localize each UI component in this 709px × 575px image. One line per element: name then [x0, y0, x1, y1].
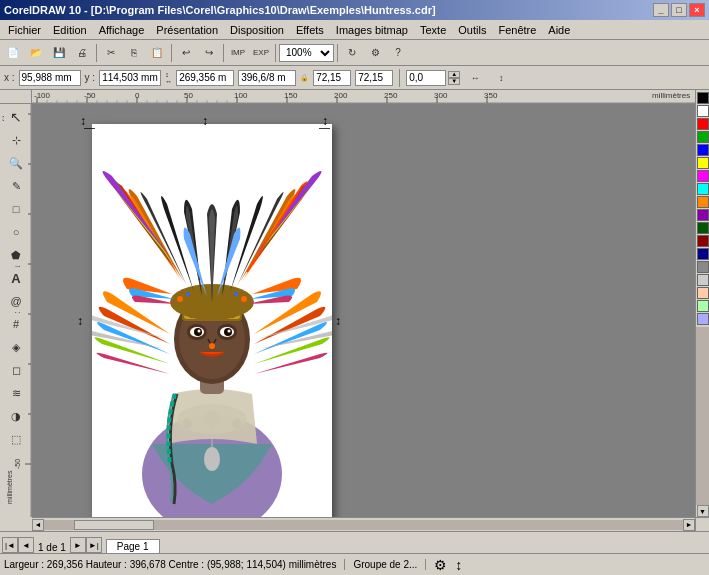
page-next-button[interactable]: ► — [70, 537, 86, 553]
color-darkblue[interactable] — [697, 248, 709, 260]
rectangle-tool[interactable]: □ — [4, 198, 28, 220]
blend-tool[interactable]: ≋ — [4, 382, 28, 404]
shadow-tool[interactable]: ◑ — [4, 405, 28, 427]
handle-mr-rotate[interactable]: ↕ — [335, 314, 341, 328]
color-darkgreen[interactable] — [697, 222, 709, 234]
color-black[interactable] — [697, 92, 709, 104]
page-counter: 1 de 1 — [34, 542, 70, 553]
undo-button[interactable]: ↩ — [175, 42, 197, 64]
h2-input[interactable] — [355, 70, 393, 86]
redo-button[interactable]: ↪ — [198, 42, 220, 64]
color-blue[interactable] — [697, 144, 709, 156]
transparency-tool[interactable]: ⬚ — [4, 428, 28, 450]
menu-outils[interactable]: Outils — [452, 20, 492, 39]
color-red[interactable] — [697, 118, 709, 130]
text-tool[interactable]: A — [4, 267, 28, 289]
menu-edition[interactable]: Edition — [47, 20, 93, 39]
menu-fenetre[interactable]: Fenêtre — [492, 20, 542, 39]
status-icon[interactable]: ⚙ — [434, 557, 447, 573]
polygon-tool[interactable]: ⬟ — [4, 244, 28, 266]
svg-text:0: 0 — [135, 91, 140, 100]
color-lightgray[interactable] — [697, 274, 709, 286]
height-input[interactable] — [238, 70, 296, 86]
menu-effets[interactable]: Effets — [290, 20, 330, 39]
new-button[interactable]: 📄 — [2, 42, 24, 64]
color-cyan[interactable] — [697, 183, 709, 195]
menu-texte[interactable]: Texte — [414, 20, 452, 39]
save-button[interactable]: 💾 — [48, 42, 70, 64]
color-lightgreen[interactable] — [697, 300, 709, 312]
color-skin[interactable] — [697, 287, 709, 299]
export-button[interactable]: EXP — [250, 42, 272, 64]
color-white[interactable] — [697, 105, 709, 117]
handle-ne[interactable]: — — [319, 121, 330, 133]
xy-lock[interactable]: ↕↔ — [165, 71, 172, 85]
y-input[interactable] — [99, 70, 161, 86]
canvas-area[interactable]: ↕ ↕ ↕ ↕ ↕ — — — — — [32, 104, 695, 517]
paste-button[interactable]: 📋 — [146, 42, 168, 64]
maximize-button[interactable]: □ — [671, 3, 687, 17]
angle-input[interactable] — [406, 70, 446, 86]
open-button[interactable]: 📂 — [25, 42, 47, 64]
help-button[interactable]: ? — [387, 42, 409, 64]
minimize-button[interactable]: _ — [653, 3, 669, 17]
menu-disposition[interactable]: Disposition — [224, 20, 290, 39]
outline-tool[interactable]: ◻ — [4, 359, 28, 381]
select-tool[interactable]: ↖ — [4, 106, 28, 128]
w2-input[interactable] — [313, 70, 351, 86]
ruler-horizontal: -100 -50 0 50 100 150 200 250 300 350 m — [32, 90, 695, 104]
color-magenta[interactable] — [697, 170, 709, 182]
color-gray[interactable] — [697, 261, 709, 273]
svg-text:-100: -100 — [34, 91, 51, 100]
color-orange[interactable] — [697, 196, 709, 208]
import-button[interactable]: IMP — [227, 42, 249, 64]
cut-button[interactable]: ✂ — [100, 42, 122, 64]
zoom-tool[interactable]: 🔍 — [4, 152, 28, 174]
scroll-h-thumb[interactable] — [74, 520, 154, 530]
scroll-left-button[interactable]: ◄ — [32, 519, 44, 531]
angle-down[interactable]: ▼ — [448, 78, 460, 85]
options-button[interactable]: ⚙ — [364, 42, 386, 64]
x-input[interactable] — [19, 70, 81, 86]
close-button[interactable]: × — [689, 3, 705, 17]
menu-fichier[interactable]: Fichier — [2, 20, 47, 39]
page-tab-1[interactable]: Page 1 — [106, 539, 160, 553]
scroll-h-track[interactable] — [44, 520, 683, 530]
page-last-button[interactable]: ►| — [86, 537, 102, 553]
copy-button[interactable]: ⎘ — [123, 42, 145, 64]
color-lightblue[interactable] — [697, 313, 709, 325]
color-yellow[interactable] — [697, 157, 709, 169]
menu-presentation[interactable]: Présentation — [150, 20, 224, 39]
scroll-right-button[interactable]: ► — [683, 519, 695, 531]
page-prev-button[interactable]: ◄ — [18, 537, 34, 553]
width-input[interactable] — [176, 70, 234, 86]
menu-affichage[interactable]: Affichage — [93, 20, 151, 39]
print-button[interactable]: 🖨 — [71, 42, 93, 64]
status-icon2[interactable]: ↕ — [455, 557, 462, 573]
freehand-tool[interactable]: ✎ — [4, 175, 28, 197]
spiral-tool[interactable]: @ — [4, 290, 28, 312]
color-green[interactable] — [697, 131, 709, 143]
angle-up[interactable]: ▲ — [448, 71, 460, 78]
horizontal-scrollbar[interactable]: ◄ ► — [32, 517, 695, 531]
drawing-canvas — [92, 124, 332, 517]
zoom-select[interactable]: 100% 50% 150% 200% — [279, 44, 334, 62]
color-purple[interactable] — [697, 209, 709, 221]
handle-ml-rotate[interactable]: ↕ — [77, 314, 83, 328]
menu-images-bitmap[interactable]: Images bitmap — [330, 20, 414, 39]
y-label: y : — [85, 72, 96, 83]
graph-tool[interactable]: # — [4, 313, 28, 335]
handle-nw[interactable]: — — [84, 121, 95, 133]
mirror-h-button[interactable]: ↔ — [464, 67, 486, 89]
mirror-v-button[interactable]: ↕ — [490, 67, 512, 89]
ellipse-tool[interactable]: ○ — [4, 221, 28, 243]
color-darkred[interactable] — [697, 235, 709, 247]
node-tool[interactable]: ⊹ — [4, 129, 28, 151]
wh-lock[interactable]: 🔒 — [300, 74, 309, 82]
refresh-button[interactable]: ↻ — [341, 42, 363, 64]
page-first-button[interactable]: |◄ — [2, 537, 18, 553]
scroll-down-button[interactable]: ▼ — [697, 505, 709, 517]
handle-tc-rotate[interactable]: ↕ — [202, 114, 208, 128]
fill-tool[interactable]: ◈ — [4, 336, 28, 358]
menu-aide[interactable]: Aide — [542, 20, 576, 39]
